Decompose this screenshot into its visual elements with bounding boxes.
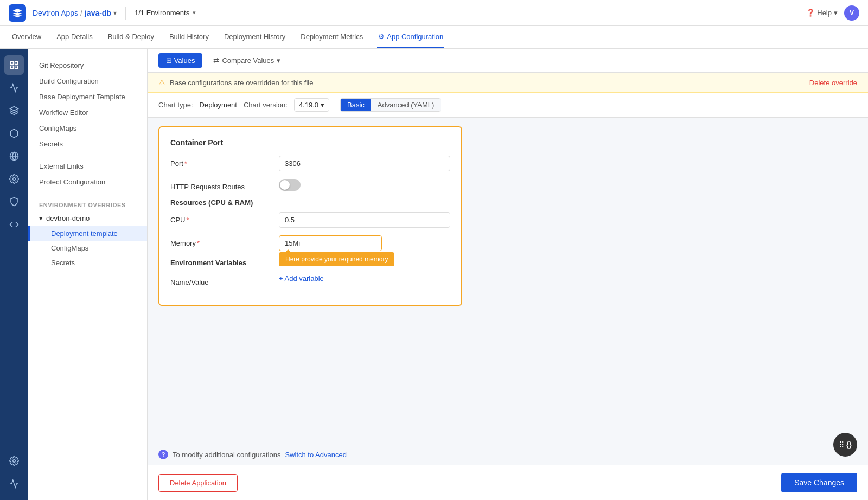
svg-marker-4 — [10, 107, 18, 111]
breadcrumb-app[interactable]: Devtron Apps — [33, 9, 78, 17]
tab-values[interactable]: ⊞ Values — [158, 53, 202, 68]
sidebar-icon-code[interactable] — [4, 215, 24, 234]
breadcrumb-app-name[interactable]: java-db — [85, 9, 111, 17]
nav-label-app-config: App Configuration — [387, 33, 443, 41]
svg-rect-3 — [15, 66, 18, 69]
left-panel-external-links[interactable]: External Links — [28, 158, 147, 174]
add-variable-button[interactable]: + Add variable — [279, 274, 324, 283]
left-panel-git-repo[interactable]: Git Repository — [28, 57, 147, 73]
cpu-row: CPU* — [170, 212, 450, 228]
view-advanced-button[interactable]: Advanced (YAML) — [371, 99, 441, 111]
warning-bar-left: ⚠ Base configurations are overridden for… — [158, 78, 313, 87]
container-port-title: Container Port — [170, 138, 450, 147]
env-group-header[interactable]: ▾ devtron-demo — [28, 210, 147, 226]
svg-rect-0 — [10, 61, 13, 64]
help-button[interactable]: ❓ Help ▾ — [806, 9, 838, 17]
name-value-row: Name/Value + Add variable — [170, 274, 450, 286]
left-panel-configmaps[interactable]: ConfigMaps — [28, 120, 147, 136]
nav-item-deployment-metrics[interactable]: Deployment Metrics — [299, 26, 364, 48]
help-label: Help — [817, 9, 832, 17]
save-changes-button[interactable]: Save Changes — [781, 473, 857, 492]
env-group-devtron-demo: ▾ devtron-demo Deployment template Confi… — [28, 210, 147, 270]
sidebar-icon-stack[interactable] — [4, 474, 24, 493]
env-sub-configmaps[interactable]: ConfigMaps — [28, 241, 147, 255]
delete-override-button[interactable]: Delete override — [809, 79, 857, 87]
memory-required: * — [197, 239, 200, 247]
chart-version-select[interactable]: 4.19.0 ▾ — [294, 98, 329, 112]
sidebar-icon-cube[interactable] — [4, 124, 24, 143]
nav-item-build-history[interactable]: Build History — [168, 26, 210, 48]
tab-compare-values[interactable]: ⇄ Compare Values ▾ — [207, 53, 287, 68]
env-vars-title: Environment Variables — [170, 259, 279, 267]
float-widget-icon: ⠿ {} — [839, 440, 851, 449]
gear-icon: ⚙ — [378, 33, 385, 41]
compare-arrow-icon: ▾ — [277, 56, 280, 65]
nav-item-app-config[interactable]: ⚙ App Configuration — [377, 26, 444, 48]
left-panel-secrets[interactable]: Secrets — [28, 136, 147, 152]
port-input[interactable] — [279, 156, 450, 171]
cpu-input[interactable] — [279, 212, 450, 228]
help-arrow-icon: ▾ — [834, 9, 838, 17]
http-routes-toggle[interactable] — [279, 179, 301, 191]
form-card: Container Port Port* HTTP Requests Route… — [158, 126, 462, 306]
warning-text: Base configurations are overridden for t… — [170, 79, 313, 87]
nav-item-app-details[interactable]: App Details — [55, 26, 93, 48]
icon-sidebar — [0, 49, 28, 500]
values-icon: ⊞ — [166, 56, 172, 65]
cpu-label: CPU* — [170, 212, 279, 224]
warning-bar: ⚠ Base configurations are overridden for… — [148, 73, 868, 93]
nav-item-build-deploy[interactable]: Build & Deploy — [107, 26, 155, 48]
content-area: ⊞ Values ⇄ Compare Values ▾ ⚠ Base confi… — [148, 49, 868, 500]
env-selector[interactable]: 1/1 Environments ▾ — [135, 9, 196, 17]
view-basic-button[interactable]: Basic — [341, 99, 371, 111]
secondary-nav: Overview App Details Build & Deploy Buil… — [0, 26, 868, 49]
sidebar-icon-shield[interactable] — [4, 192, 24, 211]
env-group-name: devtron-demo — [46, 214, 90, 222]
port-row: Port* — [170, 156, 450, 171]
switch-to-advanced-link[interactable]: Switch to Advanced — [285, 451, 346, 459]
breadcrumb-sep: / — [80, 9, 82, 17]
env-dropdown-arrow-icon: ▾ — [193, 9, 196, 16]
nav-item-deployment-history[interactable]: Deployment History — [223, 26, 286, 48]
help-circle-icon: ❓ — [806, 9, 815, 17]
http-routes-row: HTTP Requests Routes — [170, 179, 450, 191]
resources-title: Resources (CPU & RAM) — [170, 198, 279, 207]
port-label: Port* — [170, 156, 279, 168]
http-routes-label: HTTP Requests Routes — [170, 179, 279, 191]
tab-bar: ⊞ Values ⇄ Compare Values ▾ — [148, 49, 868, 73]
main-layout: Git Repository Build Configuration Base … — [0, 49, 868, 500]
env-sub-deployment-template[interactable]: Deployment template — [28, 226, 147, 241]
sidebar-icon-settings[interactable] — [4, 169, 24, 189]
env-label: 1/1 Environments — [135, 9, 189, 17]
chart-version-arrow-icon: ▾ — [321, 101, 324, 109]
footer: Delete Application Save Changes — [148, 465, 868, 500]
name-value-label: Name/Value — [170, 274, 279, 286]
user-avatar[interactable]: V — [844, 5, 859, 21]
divider — [125, 7, 126, 20]
chart-version-label: Chart version: — [244, 101, 288, 109]
chart-bar: Chart type: Deployment Chart version: 4.… — [148, 93, 868, 118]
sidebar-icon-globe[interactable] — [4, 146, 24, 166]
float-widget[interactable]: ⠿ {} — [833, 433, 857, 457]
sidebar-icon-gear[interactable] — [4, 451, 24, 471]
tab-compare-label: Compare Values — [222, 56, 274, 65]
sidebar-icon-grid[interactable] — [4, 55, 24, 75]
left-panel-base-deployment[interactable]: Base Deployment Template — [28, 89, 147, 105]
sidebar-icon-chart[interactable] — [4, 78, 24, 98]
left-panel-workflow-editor[interactable]: Workflow Editor — [28, 105, 147, 120]
toggle-knob — [280, 180, 290, 190]
sidebar-icon-layers[interactable] — [4, 101, 24, 120]
tab-values-label: Values — [174, 56, 195, 65]
memory-tooltip-container: Here provide your required memory — [279, 235, 450, 251]
top-bar: Devtron Apps / java-db ▾ 1/1 Environment… — [0, 0, 868, 26]
memory-input[interactable] — [279, 235, 382, 251]
breadcrumb-arrow-icon[interactable]: ▾ — [113, 9, 117, 17]
env-sub-secrets[interactable]: Secrets — [28, 255, 147, 270]
svg-rect-1 — [15, 61, 18, 64]
memory-tooltip: Here provide your required memory — [279, 252, 394, 266]
nav-item-overview[interactable]: Overview — [11, 26, 42, 48]
delete-application-button[interactable]: Delete Application — [158, 474, 238, 492]
left-panel-protect-config[interactable]: Protect Configuration — [28, 174, 147, 190]
left-panel-build-config[interactable]: Build Configuration — [28, 73, 147, 89]
port-required: * — [184, 159, 187, 168]
